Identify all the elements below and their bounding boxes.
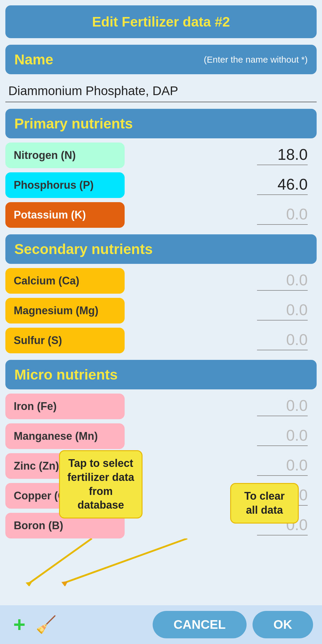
svg-marker-3 (61, 581, 68, 586)
zinc-value-area (125, 456, 317, 476)
zinc-label: Zinc (Zn) (14, 460, 59, 472)
broom-icon: 🧹 (36, 615, 57, 634)
page-title: Edit Fertilizer data #2 (92, 14, 230, 30)
calcium-row: Calcium (Ca) (5, 268, 317, 294)
potassium-row: Potassium (K) (5, 202, 317, 228)
phosphorus-input[interactable] (254, 175, 308, 193)
copper-row: Copper (Cu) To clear all data (5, 483, 317, 509)
iron-row: Iron (Fe) (5, 394, 317, 419)
potassium-label: Potassium (K) (14, 209, 86, 221)
calcium-label: Calcium (Ca) (14, 275, 79, 287)
sulfur-underline (257, 350, 308, 350)
name-section-header: Name (Enter the name without *) (5, 45, 317, 74)
magnesium-label-box: Magnesium (Mg) (5, 298, 125, 323)
name-input[interactable] (8, 84, 314, 98)
magnesium-value-area (125, 301, 317, 321)
sulfur-label-box: Sulfur (S) (5, 328, 125, 353)
primary-nutrients-header: Primary nutrients (5, 109, 317, 138)
secondary-nutrients-title: Secondary nutrients (14, 241, 153, 257)
magnesium-input[interactable] (254, 301, 308, 319)
phosphorus-value-area (125, 175, 317, 195)
sulfur-value-area (125, 331, 317, 350)
magnesium-label: Magnesium (Mg) (14, 304, 98, 317)
nitrogen-row: Nitrogen (N) (5, 143, 317, 168)
iron-underline (257, 416, 308, 416)
header-bar: Edit Fertilizer data #2 (5, 5, 317, 38)
iron-input[interactable] (254, 397, 308, 414)
plus-icon: + (13, 614, 26, 635)
manganese-row: Manganese (Mn) (5, 423, 317, 449)
zinc-input[interactable] (254, 456, 308, 474)
sulfur-row: Sulfur (S) (5, 328, 317, 353)
secondary-nutrients-header: Secondary nutrients (5, 234, 317, 264)
arrow-area (5, 538, 317, 586)
phosphorus-label: Phosphorus (P) (14, 179, 94, 191)
magnesium-underline (257, 320, 308, 321)
magnesium-row: Magnesium (Mg) (5, 298, 317, 323)
potassium-input[interactable] (254, 205, 308, 223)
cancel-button[interactable]: CANCEL (153, 611, 247, 638)
name-label: Name (14, 51, 53, 68)
nitrogen-value-area (125, 145, 317, 165)
manganese-value-area (125, 426, 317, 446)
phosphorus-label-box: Phosphorus (P) (5, 172, 125, 198)
tooltip-tap-select: Tap to select fertilizer data from datab… (59, 450, 143, 518)
phosphorus-underline (257, 194, 308, 195)
zinc-row: Zinc (Zn) Tap to select fertilizer data … (5, 453, 317, 479)
sulfur-label: Sulfur (S) (14, 334, 62, 346)
boron-label: Boron (B) (14, 519, 63, 532)
ok-button[interactable]: OK (253, 611, 313, 638)
sulfur-input[interactable] (254, 331, 308, 349)
add-button[interactable]: + (9, 614, 30, 635)
name-input-row (5, 78, 317, 102)
manganese-label-box: Manganese (Mn) (5, 423, 125, 449)
calcium-underline (257, 290, 308, 291)
calcium-label-box: Calcium (Ca) (5, 268, 125, 294)
primary-nutrients-title: Primary nutrients (14, 116, 133, 131)
manganese-underline (257, 445, 308, 446)
nitrogen-input[interactable] (254, 145, 308, 163)
svg-marker-1 (26, 582, 32, 586)
name-hint: (Enter the name without *) (204, 54, 308, 65)
calcium-input[interactable] (254, 271, 308, 289)
phosphorus-row: Phosphorus (P) (5, 172, 317, 198)
tooltip-clear-data: To clear all data (230, 483, 299, 524)
iron-value-area (125, 397, 317, 416)
potassium-label-box: Potassium (K) (5, 202, 125, 228)
nitrogen-label-box: Nitrogen (N) (5, 143, 125, 168)
manganese-label: Manganese (Mn) (14, 430, 98, 442)
zinc-underline (257, 475, 308, 476)
tooltip-arrows (5, 538, 317, 586)
potassium-underline (257, 224, 308, 225)
nitrogen-label: Nitrogen (N) (14, 149, 76, 161)
bottom-toolbar: + 🧹 CANCEL OK (0, 605, 322, 644)
clear-button[interactable]: 🧹 (36, 614, 57, 635)
iron-label-box: Iron (Fe) (5, 394, 125, 419)
micro-nutrients-title: Micro nutrients (14, 367, 118, 383)
potassium-value-area (125, 205, 317, 225)
page-container: Edit Fertilizer data #2 Name (Enter the … (0, 0, 322, 644)
calcium-value-area (125, 271, 317, 291)
micro-nutrients-header: Micro nutrients (5, 360, 317, 389)
boron-underline (257, 535, 308, 535)
iron-label: Iron (Fe) (14, 400, 57, 412)
manganese-input[interactable] (254, 426, 308, 444)
nitrogen-underline (257, 165, 308, 165)
